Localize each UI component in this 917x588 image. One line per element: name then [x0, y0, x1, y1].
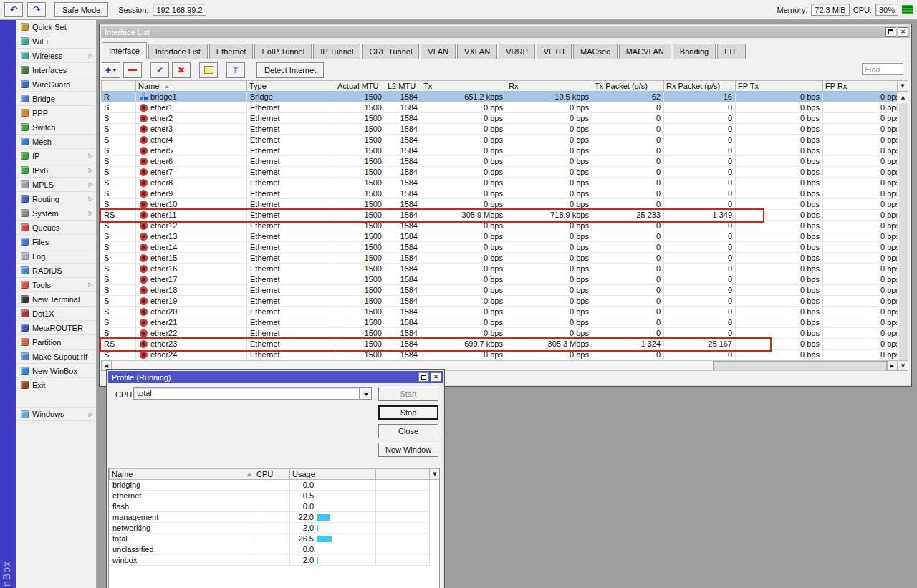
- interface-row-ether7[interactable]: Sether7Ethernet150015840 bps0 bps000 bps…: [101, 167, 898, 178]
- sidebar-item-queues[interactable]: Queues: [16, 221, 96, 235]
- sidebar-item-dot1x[interactable]: Dot1X: [16, 307, 96, 321]
- interface-row-ether1[interactable]: Sether1Ethernet150015840 bps0 bps000 bps…: [101, 102, 898, 113]
- interface-window-titlebar[interactable]: Interface List ✕: [101, 26, 910, 38]
- column-header-actual-mtu[interactable]: Actual MTU: [335, 80, 385, 92]
- profile-row-total[interactable]: total26.5: [109, 534, 439, 544]
- profile-row-management[interactable]: management22.0: [109, 512, 439, 523]
- sidebar-item-bridge[interactable]: Bridge: [16, 92, 96, 106]
- sidebar-item-exit[interactable]: Exit: [16, 378, 96, 392]
- sidebar-item-ppp[interactable]: PPP: [16, 106, 96, 120]
- interface-row-ether5[interactable]: Sether5Ethernet150015840 bps0 bps000 bps…: [101, 145, 898, 156]
- sidebar-item-make-supout-rif[interactable]: Make Supout.rif: [16, 350, 96, 364]
- scroll-right-icon[interactable]: ▶: [887, 360, 898, 371]
- interface-row-ether20[interactable]: Sether20Ethernet150015840 bps0 bps000 bp…: [101, 307, 898, 317]
- maximize-button[interactable]: [885, 27, 896, 37]
- vertical-scroll-thumb[interactable]: [898, 102, 908, 360]
- tab-macvlan[interactable]: MACVLAN: [619, 44, 671, 59]
- close-button[interactable]: Close: [378, 424, 438, 438]
- tab-vlan[interactable]: VLAN: [421, 44, 456, 59]
- profile-row-winbox[interactable]: winbox2.0: [109, 555, 439, 566]
- column-header-fp-rx[interactable]: FP Rx: [823, 80, 898, 92]
- interface-row-ether16[interactable]: Sether16Ethernet150015840 bps0 bps000 bp…: [101, 264, 898, 274]
- profile-row-flash[interactable]: flash0.0: [109, 501, 439, 512]
- column-header-rx[interactable]: Rx: [506, 80, 592, 92]
- sidebar-item-mesh[interactable]: Mesh: [16, 135, 96, 149]
- sidebar-item-interfaces[interactable]: Interfaces: [16, 63, 96, 77]
- stop-button[interactable]: Stop: [378, 405, 438, 420]
- filter-button[interactable]: [226, 62, 245, 78]
- column-header-name[interactable]: Name: [136, 80, 247, 92]
- column-header-tx-packet-p-s[interactable]: Tx Packet (p/s): [592, 80, 664, 92]
- profile-row-unclassified[interactable]: unclassified0.0: [109, 544, 439, 555]
- sidebar-item-wifi[interactable]: WiFi: [16, 34, 96, 49]
- sidebar-item-mpls[interactable]: MPLS▷: [16, 178, 96, 192]
- tab-vxlan[interactable]: VXLAN: [457, 44, 497, 59]
- add-button[interactable]: +: [102, 62, 120, 78]
- sidebar-item-switch[interactable]: Switch: [16, 120, 96, 135]
- close-button[interactable]: ✕: [431, 372, 441, 382]
- interface-row-ether3[interactable]: Sether3Ethernet150015840 bps0 bps000 bps…: [101, 124, 898, 135]
- enable-button[interactable]: ✔: [150, 62, 169, 78]
- scroll-down-icon[interactable]: ▼: [898, 360, 908, 371]
- column-header-rx-packet-p-s[interactable]: Rx Packet (p/s): [664, 80, 736, 92]
- sidebar-item-new-winbox[interactable]: New WinBox: [16, 364, 96, 378]
- tab-veth[interactable]: VETH: [537, 44, 572, 59]
- tab-vrrp[interactable]: VRRP: [499, 44, 535, 59]
- tab-lte[interactable]: LTE: [717, 44, 745, 59]
- interface-row-ether6[interactable]: Sether6Ethernet150015840 bps0 bps000 bps…: [101, 156, 898, 167]
- interface-row-bridge1[interactable]: Rbridge1Bridge15001584651.2 kbps10.5 kbp…: [101, 92, 898, 102]
- sidebar-item-partition[interactable]: Partition: [16, 335, 96, 350]
- interface-row-ether17[interactable]: Sether17Ethernet150015840 bps0 bps000 bp…: [101, 274, 898, 285]
- interface-row-ether15[interactable]: Sether15Ethernet150015840 bps0 bps000 bp…: [101, 253, 898, 264]
- interface-row-ether9[interactable]: Sether9Ethernet150015840 bps0 bps000 bps…: [101, 188, 898, 199]
- column-header-usage[interactable]: Usage: [290, 468, 376, 480]
- maximize-button[interactable]: [418, 372, 429, 382]
- interface-row-ether4[interactable]: Sether4Ethernet150015840 bps0 bps000 bps…: [101, 135, 898, 145]
- remove-button[interactable]: [123, 62, 142, 78]
- tab-macsec[interactable]: MACsec: [573, 44, 618, 59]
- interface-row-ether13[interactable]: Sether13Ethernet150015840 bps0 bps000 bp…: [101, 231, 898, 242]
- sidebar-item-files[interactable]: Files: [16, 235, 96, 249]
- interface-row-ether18[interactable]: Sether18Ethernet150015840 bps0 bps000 bp…: [101, 285, 898, 296]
- vertical-scrollbar[interactable]: ▲ ▼: [898, 92, 908, 371]
- column-header-l2-mtu[interactable]: L2 MTU: [385, 80, 421, 92]
- safe-mode-button[interactable]: Safe Mode: [54, 2, 108, 17]
- profile-row-networking[interactable]: networking2.0: [109, 523, 439, 534]
- sidebar-item-log[interactable]: Log: [16, 249, 96, 264]
- session-value[interactable]: 192.168.99.2: [153, 4, 206, 16]
- tab-ip-tunnel[interactable]: IP Tunnel: [313, 44, 360, 59]
- main-menu-icon[interactable]: [902, 5, 913, 14]
- column-header-type[interactable]: Type: [247, 80, 335, 92]
- column-header-cpu[interactable]: CPU: [254, 468, 290, 480]
- comment-button[interactable]: [199, 62, 218, 78]
- sidebar-item-metarouter[interactable]: MetaROUTER: [16, 321, 96, 335]
- cpu-select-dropdown-button[interactable]: [360, 387, 372, 400]
- column-select-button[interactable]: ▼: [430, 468, 440, 480]
- interface-row-ether21[interactable]: Sether21Ethernet150015840 bps0 bps000 bp…: [101, 317, 898, 328]
- scroll-up-icon[interactable]: ▲: [898, 92, 908, 102]
- column-header-fp-tx[interactable]: FP Tx: [736, 80, 823, 92]
- sidebar-item-wireguard[interactable]: WireGuard: [16, 77, 96, 92]
- undo-button[interactable]: ↶: [4, 2, 23, 17]
- redo-button[interactable]: ↷: [27, 2, 46, 17]
- tab-interface-list[interactable]: Interface List: [148, 44, 208, 59]
- column-select-button[interactable]: ▼: [898, 80, 908, 92]
- sidebar-item-ip[interactable]: IP▷: [16, 149, 96, 163]
- column-header-name[interactable]: Name: [109, 468, 254, 480]
- tab-eoip-tunnel[interactable]: EoIP Tunnel: [254, 44, 312, 59]
- detect-internet-button[interactable]: Detect Internet: [256, 62, 324, 78]
- horizontal-scroll-thumb[interactable]: [713, 361, 887, 370]
- start-button[interactable]: Start: [378, 387, 438, 401]
- new-window-button[interactable]: New Window: [378, 443, 438, 457]
- column-header-tx[interactable]: Tx: [421, 80, 506, 92]
- sidebar-item-wireless[interactable]: Wireless▷: [16, 49, 96, 63]
- find-input[interactable]: [862, 63, 903, 75]
- sidebar-item-routing[interactable]: Routing▷: [16, 192, 96, 206]
- column-header-flags[interactable]: [101, 80, 136, 92]
- tab-ethernet[interactable]: Ethernet: [209, 44, 254, 59]
- close-button[interactable]: ✕: [898, 27, 908, 37]
- sidebar-item-ipv6[interactable]: IPv6▷: [16, 163, 96, 178]
- profile-row-bridging[interactable]: bridging0.0: [109, 480, 439, 491]
- interface-row-ether19[interactable]: Sether19Ethernet150015840 bps0 bps000 bp…: [101, 296, 898, 307]
- column-header-extra[interactable]: [376, 468, 430, 480]
